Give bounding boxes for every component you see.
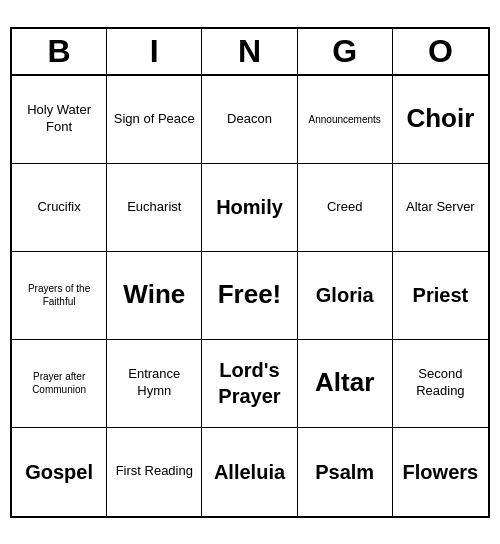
bingo-cell[interactable]: Entrance Hymn	[107, 340, 202, 428]
cell-text: Eucharist	[127, 199, 181, 216]
bingo-cell[interactable]: Flowers	[393, 428, 488, 516]
bingo-cell[interactable]: Homily	[202, 164, 297, 252]
cell-text: Free!	[218, 278, 282, 312]
bingo-cell[interactable]: Prayer after Communion	[12, 340, 107, 428]
cell-text: Holy Water Font	[16, 102, 102, 136]
bingo-card: BINGO Holy Water FontSign of PeaceDeacon…	[10, 27, 490, 518]
cell-text: Second Reading	[397, 366, 484, 400]
cell-text: Gospel	[25, 459, 93, 485]
cell-text: Announcements	[309, 113, 381, 126]
cell-text: Gloria	[316, 282, 374, 308]
cell-text: Prayer after Communion	[16, 370, 102, 396]
cell-text: Alleluia	[214, 459, 285, 485]
cell-text: Deacon	[227, 111, 272, 128]
cell-text: Crucifix	[37, 199, 80, 216]
cell-text: Creed	[327, 199, 362, 216]
bingo-cell[interactable]: Sign of Peace	[107, 76, 202, 164]
header-letter: N	[202, 29, 297, 74]
cell-text: Priest	[413, 282, 469, 308]
bingo-cell[interactable]: First Reading	[107, 428, 202, 516]
cell-text: Wine	[123, 278, 185, 312]
cell-text: First Reading	[116, 463, 193, 480]
bingo-cell[interactable]: Deacon	[202, 76, 297, 164]
bingo-cell[interactable]: Announcements	[298, 76, 393, 164]
cell-text: Flowers	[403, 459, 479, 485]
bingo-cell[interactable]: Gloria	[298, 252, 393, 340]
cell-text: Entrance Hymn	[111, 366, 197, 400]
bingo-cell[interactable]: Eucharist	[107, 164, 202, 252]
cell-text: Psalm	[315, 459, 374, 485]
bingo-cell[interactable]: Psalm	[298, 428, 393, 516]
cell-text: Altar	[315, 366, 374, 400]
bingo-cell[interactable]: Alleluia	[202, 428, 297, 516]
bingo-cell[interactable]: Creed	[298, 164, 393, 252]
bingo-cell[interactable]: Altar Server	[393, 164, 488, 252]
bingo-cell[interactable]: Choir	[393, 76, 488, 164]
bingo-cell[interactable]: Gospel	[12, 428, 107, 516]
cell-text: Prayers of the Faithful	[16, 282, 102, 308]
bingo-cell[interactable]: Lord's Prayer	[202, 340, 297, 428]
bingo-cell[interactable]: Free!	[202, 252, 297, 340]
header-letter: O	[393, 29, 488, 74]
cell-text: Homily	[216, 194, 283, 220]
header-letter: B	[12, 29, 107, 74]
header-letter: G	[298, 29, 393, 74]
cell-text: Sign of Peace	[114, 111, 195, 128]
bingo-cell[interactable]: Second Reading	[393, 340, 488, 428]
bingo-cell[interactable]: Holy Water Font	[12, 76, 107, 164]
cell-text: Choir	[406, 102, 474, 136]
cell-text: Altar Server	[406, 199, 475, 216]
bingo-cell[interactable]: Crucifix	[12, 164, 107, 252]
bingo-cell[interactable]: Priest	[393, 252, 488, 340]
bingo-cell[interactable]: Altar	[298, 340, 393, 428]
bingo-header: BINGO	[12, 29, 488, 76]
cell-text: Lord's Prayer	[206, 357, 292, 409]
bingo-cell[interactable]: Prayers of the Faithful	[12, 252, 107, 340]
header-letter: I	[107, 29, 202, 74]
bingo-grid: Holy Water FontSign of PeaceDeaconAnnoun…	[12, 76, 488, 516]
bingo-cell[interactable]: Wine	[107, 252, 202, 340]
